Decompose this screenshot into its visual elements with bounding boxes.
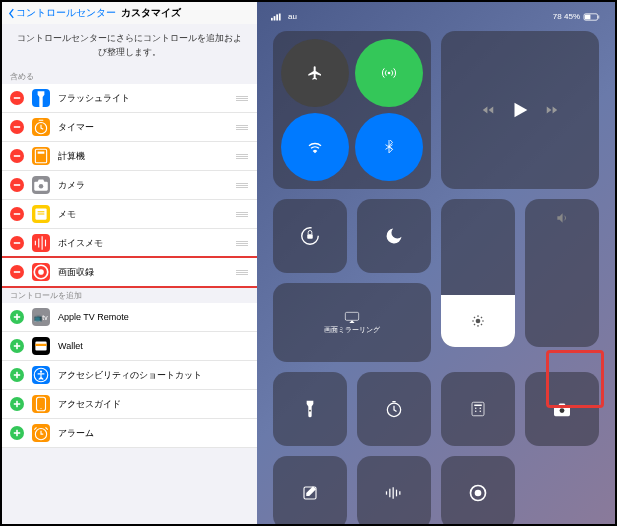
reorder-handle[interactable] <box>235 270 249 275</box>
volume-slider[interactable] <box>525 199 599 347</box>
reorder-handle[interactable] <box>235 183 249 188</box>
control-label: Apple TV Remote <box>58 312 249 322</box>
svg-text:📺tv: 📺tv <box>34 313 48 322</box>
add-button[interactable] <box>10 368 24 382</box>
svg-point-66 <box>560 408 565 413</box>
svg-rect-43 <box>585 14 591 19</box>
control-label: アラーム <box>58 427 249 440</box>
reorder-handle[interactable] <box>235 241 249 246</box>
notes-icon <box>301 484 319 502</box>
svg-point-19 <box>38 269 44 275</box>
remove-button[interactable] <box>10 178 24 192</box>
remove-button[interactable] <box>10 207 24 221</box>
nav-bar: コントロールセンター カスタマイズ <box>2 2 257 24</box>
notes-tile[interactable] <box>273 456 347 524</box>
reorder-handle[interactable] <box>235 212 249 217</box>
brightness-slider[interactable] <box>441 199 515 347</box>
flashlight-tile[interactable] <box>273 372 347 446</box>
control-label: メモ <box>58 208 235 221</box>
section-more: コントロールを追加 <box>2 286 257 303</box>
reorder-handle[interactable] <box>235 125 249 130</box>
cellular-toggle[interactable] <box>355 39 423 107</box>
remove-button[interactable] <box>10 236 24 250</box>
svg-point-58 <box>309 410 311 412</box>
remove-button[interactable] <box>10 91 24 105</box>
svg-point-30 <box>40 371 42 373</box>
calculator-tile[interactable] <box>441 372 515 446</box>
svg-rect-8 <box>14 213 20 215</box>
add-button[interactable] <box>10 426 24 440</box>
settings-pane: コントロールセンター カスタマイズ コントロールセンターにさらにコントロールを追… <box>2 2 257 524</box>
sun-icon <box>471 314 485 328</box>
remove-button[interactable] <box>10 149 24 163</box>
next-icon[interactable] <box>545 103 559 117</box>
add-button[interactable] <box>10 339 24 353</box>
svg-line-54 <box>481 324 482 325</box>
control-label: 計算機 <box>58 150 235 163</box>
reorder-handle[interactable] <box>235 96 249 101</box>
waveform-icon <box>384 486 404 500</box>
control-row[interactable]: フラッシュライト <box>2 84 257 113</box>
volume-icon <box>555 211 569 225</box>
control-row[interactable]: 画面収録 <box>2 256 257 288</box>
app-icon <box>32 337 50 355</box>
control-row[interactable]: カメラ <box>2 171 257 200</box>
svg-rect-17 <box>14 271 20 273</box>
connectivity-panel[interactable] <box>273 31 431 189</box>
control-row[interactable]: Wallet <box>2 332 257 361</box>
battery-icon <box>583 13 601 21</box>
carrier: au <box>288 12 297 21</box>
airplane-icon <box>307 65 323 81</box>
svg-rect-41 <box>279 13 281 20</box>
orientation-lock[interactable] <box>273 199 347 273</box>
svg-point-45 <box>388 72 391 75</box>
svg-rect-26 <box>35 344 46 346</box>
prev-icon[interactable] <box>481 103 495 117</box>
voice-memo-tile[interactable] <box>357 456 431 524</box>
control-center-preview: au 78 45% <box>257 2 615 524</box>
app-icon <box>32 263 50 281</box>
svg-rect-65 <box>474 405 482 407</box>
play-icon[interactable] <box>509 99 531 121</box>
svg-point-34 <box>40 408 41 409</box>
remove-button[interactable] <box>10 120 24 134</box>
svg-rect-38 <box>271 17 273 20</box>
control-row[interactable]: タイマー <box>2 113 257 142</box>
svg-rect-21 <box>14 316 20 318</box>
timer-icon <box>384 399 404 419</box>
control-row[interactable]: メモ <box>2 200 257 229</box>
add-button[interactable] <box>10 397 24 411</box>
control-row[interactable]: ボイスメモ <box>2 229 257 258</box>
dnd-toggle[interactable] <box>357 199 431 273</box>
remove-button[interactable] <box>10 265 24 279</box>
screen-record-tile[interactable] <box>441 456 515 524</box>
svg-point-61 <box>475 408 477 410</box>
control-label: カメラ <box>58 179 235 192</box>
airplane-toggle[interactable] <box>281 39 349 107</box>
timer-tile[interactable] <box>357 372 431 446</box>
app-icon <box>32 395 50 413</box>
control-row[interactable]: アラーム <box>2 419 257 448</box>
svg-rect-44 <box>598 15 599 18</box>
svg-line-56 <box>481 317 482 318</box>
bluetooth-toggle[interactable] <box>355 113 423 181</box>
svg-rect-57 <box>345 312 358 320</box>
control-row[interactable]: アクセスガイド <box>2 390 257 419</box>
mirror-label: 画面ミラーリング <box>324 325 380 335</box>
back-button[interactable]: コントロールセンター <box>8 6 116 20</box>
app-icon <box>32 176 50 194</box>
control-row[interactable]: 📺tvApple TV Remote <box>2 303 257 332</box>
record-icon <box>468 483 488 503</box>
media-panel[interactable] <box>441 31 599 189</box>
control-row[interactable]: アクセシビリティのショートカット <box>2 361 257 390</box>
app-icon <box>32 366 50 384</box>
reorder-handle[interactable] <box>235 154 249 159</box>
svg-rect-24 <box>14 345 20 347</box>
add-button[interactable] <box>10 310 24 324</box>
nav-title: カスタマイズ <box>121 6 181 20</box>
svg-rect-1 <box>14 126 20 128</box>
wifi-toggle[interactable] <box>281 113 349 181</box>
screen-mirror[interactable]: 画面ミラーリング <box>273 283 431 362</box>
cellular-icon <box>381 65 397 81</box>
control-row[interactable]: 計算機 <box>2 142 257 171</box>
